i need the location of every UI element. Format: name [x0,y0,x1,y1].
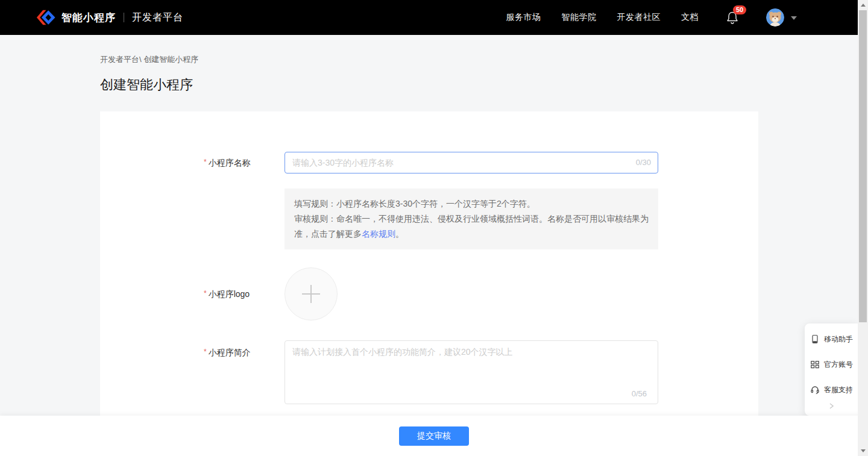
form-row-name: *小程序名称 0/30 [204,152,658,174]
intro-textarea[interactable] [285,341,658,384]
side-item-mobile-assistant[interactable]: 移动助手 [805,326,858,352]
intro-field-label: *小程序简介 [204,340,285,404]
vertical-scrollbar[interactable] [858,0,868,456]
notification-count-badge: 50 [733,5,746,14]
nav-item-smart-academy[interactable]: 智能学院 [562,12,597,23]
brand-divider [124,13,124,22]
logo-upload-button[interactable] [285,267,338,320]
nav-item-developer-community[interactable]: 开发者社区 [617,12,661,23]
user-avatar [766,8,784,27]
navbar-right: 服务市场 智能学院 开发者社区 文档 50 [486,8,797,27]
mobile-phone-icon [810,334,820,344]
triangle-up-icon [861,4,866,7]
smart-program-logo-icon [36,8,55,27]
form-row-logo: *小程序logo [204,267,658,321]
side-item-customer-support[interactable]: 客服支持 [805,377,858,402]
create-form-card: *小程序名称 0/30 填写规则：小程序名称长度3-30个字符，一个汉字等于2个… [100,111,758,416]
submit-review-button[interactable]: 提交审核 [399,426,469,446]
name-input[interactable] [285,152,658,173]
intro-char-counter: 0/56 [632,389,647,398]
logo-field-label: *小程序logo [204,267,285,321]
required-mark: * [204,289,207,298]
rules-line-2: 审核规则：命名唯一，不得使用违法、侵权及行业领域概括性词语。名称是否可用以审核结… [294,211,649,242]
top-navbar: 智能小程序 开发者平台 服务市场 智能学院 开发者社区 文档 50 [0,0,868,35]
triangle-down-icon [861,449,866,452]
nav-item-docs[interactable]: 文档 [681,12,699,23]
scrollbar-thumb[interactable] [859,10,867,322]
name-field-label: *小程序名称 [204,152,285,174]
required-mark: * [204,348,207,356]
panel-collapse-button[interactable] [805,402,858,410]
brand-name: 智能小程序 [61,11,116,25]
breadcrumb[interactable]: 开发者平台\ 创建智能小程序 [100,54,198,65]
nav-item-service-market[interactable]: 服务市场 [506,12,541,23]
create-form: *小程序名称 0/30 填写规则：小程序名称长度3-30个字符，一个汉字等于2个… [204,152,658,416]
intro-textarea-wrap: 0/56 [285,340,658,404]
side-item-label: 客服支持 [824,385,853,395]
intro-field: 0/56 [285,340,658,404]
brand-home-link[interactable]: 智能小程序 开发者平台 [36,8,183,27]
form-row-intro: *小程序简介 0/56 [204,340,658,404]
name-char-counter: 0/30 [636,152,651,173]
chevron-down-icon [791,16,797,23]
user-menu[interactable] [766,8,797,27]
headset-icon [810,385,820,395]
side-item-label: 官方账号 [824,360,853,370]
scroll-up-button[interactable] [858,0,868,10]
notification-bell-button[interactable]: 50 [726,11,738,24]
naming-rules-link[interactable]: 名称规则 [362,229,395,239]
page-title: 创建智能小程序 [100,76,193,94]
naming-rules-box: 填写规则：小程序名称长度3-30个字符，一个汉字等于2个字符。 审核规则：命名唯… [285,189,658,249]
name-field: 0/30 [285,152,658,174]
qr-code-icon [810,360,820,369]
side-item-official-account[interactable]: 官方账号 [805,352,858,377]
required-mark: * [204,158,207,166]
chevron-right-icon [830,404,833,408]
scroll-down-button[interactable] [858,446,868,456]
side-item-label: 移动助手 [824,334,853,345]
plus-icon [302,285,320,303]
logo-field [285,267,658,321]
rules-line-1: 填写规则：小程序名称长度3-30个字符，一个汉字等于2个字符。 [294,196,649,211]
floating-help-panel: 移动助手 官方账号 客服支持 [805,323,858,416]
platform-name: 开发者平台 [132,11,183,24]
footer-action-bar: 提交审核 [0,416,868,456]
